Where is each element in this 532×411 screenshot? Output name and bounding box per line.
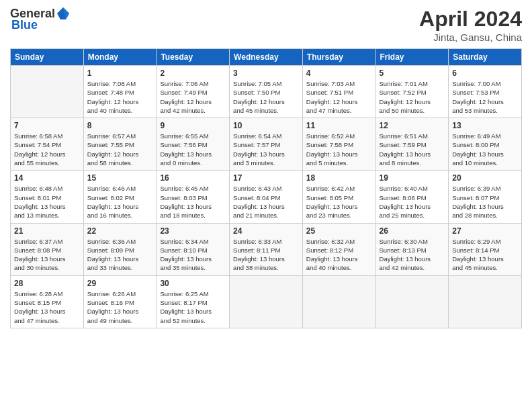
calendar-cell (302, 275, 375, 328)
calendar-cell: 15Sunrise: 6:46 AM Sunset: 8:02 PM Dayli… (83, 171, 157, 223)
weekday-header: Saturday (449, 49, 522, 66)
calendar-week-row: 7Sunrise: 6:58 AM Sunset: 7:54 PM Daylig… (11, 118, 522, 171)
calendar-cell (449, 275, 522, 328)
day-info: Sunrise: 7:08 AM Sunset: 7:48 PM Dayligh… (87, 79, 153, 115)
day-number: 16 (160, 173, 226, 183)
day-info: Sunrise: 6:46 AM Sunset: 8:02 PM Dayligh… (87, 184, 153, 220)
calendar-week-row: 28Sunrise: 6:28 AM Sunset: 8:15 PM Dayli… (11, 275, 522, 328)
day-info: Sunrise: 6:51 AM Sunset: 7:59 PM Dayligh… (380, 132, 445, 167)
calendar-cell: 19Sunrise: 6:40 AM Sunset: 8:06 PM Dayli… (375, 171, 449, 223)
calendar-cell: 27Sunrise: 6:29 AM Sunset: 8:14 PM Dayli… (449, 223, 522, 275)
day-number: 29 (87, 279, 153, 288)
weekday-header-row: SundayMondayTuesdayWednesdayThursdayFrid… (11, 49, 522, 66)
calendar-cell: 28Sunrise: 6:28 AM Sunset: 8:15 PM Dayli… (11, 275, 84, 328)
calendar-cell: 16Sunrise: 6:45 AM Sunset: 8:03 PM Dayli… (157, 171, 230, 223)
day-info: Sunrise: 6:34 AM Sunset: 8:10 PM Dayligh… (160, 237, 226, 273)
day-number: 22 (87, 226, 153, 236)
logo-blue: Blue (11, 18, 38, 32)
weekday-header: Tuesday (157, 49, 230, 66)
day-number: 11 (306, 121, 372, 130)
day-number: 17 (233, 173, 299, 183)
day-number: 6 (452, 68, 518, 78)
calendar-cell (230, 275, 303, 328)
calendar-cell: 29Sunrise: 6:26 AM Sunset: 8:16 PM Dayli… (83, 275, 157, 328)
day-info: Sunrise: 7:06 AM Sunset: 7:49 PM Dayligh… (160, 79, 226, 115)
day-info: Sunrise: 6:52 AM Sunset: 7:58 PM Dayligh… (306, 132, 372, 167)
calendar-cell: 20Sunrise: 6:39 AM Sunset: 8:07 PM Dayli… (449, 171, 522, 223)
day-info: Sunrise: 6:57 AM Sunset: 7:55 PM Dayligh… (87, 132, 153, 167)
day-info: Sunrise: 7:03 AM Sunset: 7:51 PM Dayligh… (306, 79, 372, 115)
logo: General Blue (10, 7, 71, 32)
day-info: Sunrise: 6:45 AM Sunset: 8:03 PM Dayligh… (160, 184, 226, 220)
day-info: Sunrise: 6:42 AM Sunset: 8:05 PM Dayligh… (306, 184, 372, 220)
calendar-cell: 7Sunrise: 6:58 AM Sunset: 7:54 PM Daylig… (11, 118, 84, 171)
page-container: General Blue April 2024 Jinta, Gansu, Ch… (0, 0, 532, 335)
calendar-cell: 1Sunrise: 7:08 AM Sunset: 7:48 PM Daylig… (83, 66, 157, 118)
day-number: 19 (380, 173, 445, 183)
day-info: Sunrise: 7:05 AM Sunset: 7:50 PM Dayligh… (233, 79, 299, 115)
month-title: April 2024 (419, 7, 522, 32)
day-number: 3 (233, 68, 299, 78)
calendar-cell: 3Sunrise: 7:05 AM Sunset: 7:50 PM Daylig… (230, 66, 303, 118)
day-info: Sunrise: 6:32 AM Sunset: 8:12 PM Dayligh… (306, 237, 372, 273)
calendar-week-row: 14Sunrise: 6:48 AM Sunset: 8:01 PM Dayli… (11, 171, 522, 223)
calendar-cell: 13Sunrise: 6:49 AM Sunset: 8:00 PM Dayli… (449, 118, 522, 171)
day-number: 5 (380, 68, 445, 78)
day-number: 27 (452, 226, 518, 236)
day-number: 21 (14, 226, 80, 236)
day-number: 8 (87, 121, 153, 130)
day-info: Sunrise: 6:49 AM Sunset: 8:00 PM Dayligh… (452, 132, 518, 167)
day-info: Sunrise: 7:00 AM Sunset: 7:53 PM Dayligh… (452, 79, 518, 115)
calendar-cell: 9Sunrise: 6:55 AM Sunset: 7:56 PM Daylig… (157, 118, 230, 171)
calendar-cell: 18Sunrise: 6:42 AM Sunset: 8:05 PM Dayli… (302, 171, 375, 223)
weekday-header: Thursday (302, 49, 375, 66)
logo-icon (56, 6, 71, 21)
day-number: 4 (306, 68, 372, 78)
day-info: Sunrise: 6:33 AM Sunset: 8:11 PM Dayligh… (233, 237, 299, 273)
day-info: Sunrise: 6:26 AM Sunset: 8:16 PM Dayligh… (87, 289, 153, 325)
day-number: 20 (452, 173, 518, 183)
day-number: 15 (87, 173, 153, 183)
day-number: 30 (160, 279, 226, 288)
calendar-cell: 17Sunrise: 6:43 AM Sunset: 8:04 PM Dayli… (230, 171, 303, 223)
calendar-cell: 10Sunrise: 6:54 AM Sunset: 7:57 PM Dayli… (230, 118, 303, 171)
day-number: 9 (160, 121, 226, 130)
day-info: Sunrise: 6:48 AM Sunset: 8:01 PM Dayligh… (14, 184, 80, 220)
calendar-cell: 25Sunrise: 6:32 AM Sunset: 8:12 PM Dayli… (302, 223, 375, 275)
calendar-cell: 8Sunrise: 6:57 AM Sunset: 7:55 PM Daylig… (83, 118, 157, 171)
calendar-cell (11, 66, 84, 118)
day-number: 28 (14, 279, 80, 288)
calendar-cell: 6Sunrise: 7:00 AM Sunset: 7:53 PM Daylig… (449, 66, 522, 118)
day-number: 7 (14, 121, 80, 130)
day-info: Sunrise: 6:58 AM Sunset: 7:54 PM Dayligh… (14, 132, 80, 167)
day-info: Sunrise: 6:29 AM Sunset: 8:14 PM Dayligh… (452, 237, 518, 273)
day-info: Sunrise: 6:40 AM Sunset: 8:06 PM Dayligh… (380, 184, 445, 220)
calendar-cell: 14Sunrise: 6:48 AM Sunset: 8:01 PM Dayli… (11, 171, 84, 223)
calendar-cell: 30Sunrise: 6:25 AM Sunset: 8:17 PM Dayli… (157, 275, 230, 328)
weekday-header: Monday (83, 49, 157, 66)
calendar-cell: 21Sunrise: 6:37 AM Sunset: 8:08 PM Dayli… (11, 223, 84, 275)
day-number: 1 (87, 68, 153, 78)
calendar-cell: 4Sunrise: 7:03 AM Sunset: 7:51 PM Daylig… (302, 66, 375, 118)
day-number: 24 (233, 226, 299, 236)
calendar-cell: 5Sunrise: 7:01 AM Sunset: 7:52 PM Daylig… (375, 66, 449, 118)
day-info: Sunrise: 6:28 AM Sunset: 8:15 PM Dayligh… (14, 289, 80, 325)
day-number: 25 (306, 226, 372, 236)
day-info: Sunrise: 6:43 AM Sunset: 8:04 PM Dayligh… (233, 184, 299, 220)
day-number: 12 (380, 121, 445, 130)
calendar-cell: 23Sunrise: 6:34 AM Sunset: 8:10 PM Dayli… (157, 223, 230, 275)
day-info: Sunrise: 6:37 AM Sunset: 8:08 PM Dayligh… (14, 237, 80, 273)
day-number: 14 (14, 173, 80, 183)
day-info: Sunrise: 6:30 AM Sunset: 8:13 PM Dayligh… (380, 237, 445, 273)
day-number: 13 (452, 121, 518, 130)
day-number: 26 (380, 226, 445, 236)
calendar-cell: 26Sunrise: 6:30 AM Sunset: 8:13 PM Dayli… (375, 223, 449, 275)
calendar-week-row: 1Sunrise: 7:08 AM Sunset: 7:48 PM Daylig… (11, 66, 522, 118)
header: General Blue April 2024 Jinta, Gansu, Ch… (10, 7, 522, 43)
day-number: 2 (160, 68, 226, 78)
day-number: 10 (233, 121, 299, 130)
weekday-header: Friday (375, 49, 449, 66)
calendar-cell: 11Sunrise: 6:52 AM Sunset: 7:58 PM Dayli… (302, 118, 375, 171)
day-info: Sunrise: 7:01 AM Sunset: 7:52 PM Dayligh… (380, 79, 445, 115)
weekday-header: Wednesday (230, 49, 303, 66)
